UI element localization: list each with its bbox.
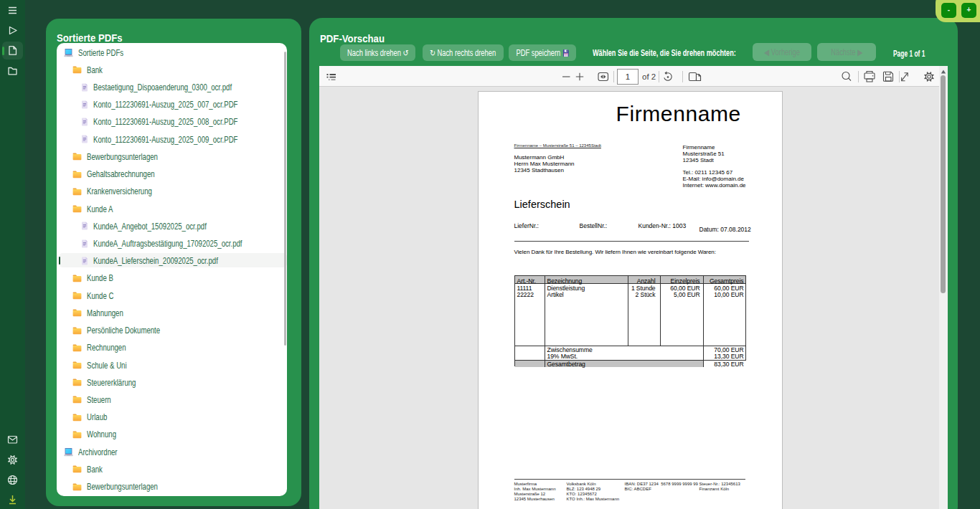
svg-text:of 2: of 2 [642,72,656,81]
svg-text:1: 1 [625,72,629,81]
